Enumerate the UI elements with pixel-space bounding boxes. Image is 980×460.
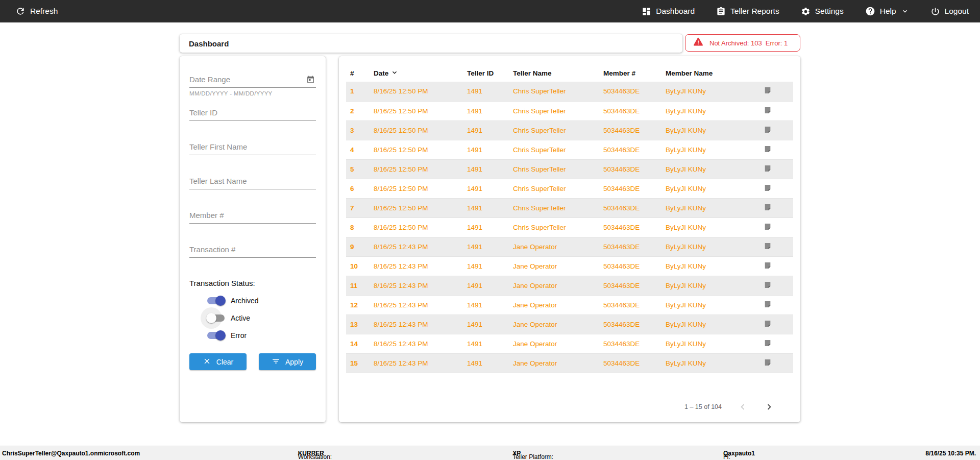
date-range-field[interactable]: Date Range — [189, 75, 316, 88]
calendar-icon[interactable] — [306, 75, 315, 86]
nav-teller-reports-label: Teller Reports — [730, 7, 779, 16]
filter-icon — [272, 357, 280, 367]
cell-date: 8/16/25 12:50 PM — [370, 140, 463, 159]
cell-member-number: 5034463DE — [599, 217, 662, 237]
table-row[interactable]: 14 8/16/25 12:43 PM 1491 Jane Operator 5… — [346, 334, 793, 353]
cell-date: 8/16/25 12:43 PM — [370, 334, 463, 353]
cell-teller-id: 1491 — [463, 314, 509, 334]
teller-id-field[interactable]: Teller ID — [189, 108, 316, 121]
top-nav-links: Dashboard Teller Reports Settings Help — [642, 6, 969, 16]
cell-member-name: ByLyJI KUNy — [662, 140, 748, 159]
toggle-switch[interactable] — [207, 313, 225, 323]
cell-member-number: 5034463DE — [599, 120, 662, 140]
col-header-date[interactable]: Date — [370, 64, 463, 82]
col-header-member-number[interactable]: Member # — [599, 64, 662, 82]
table-row[interactable]: 8 8/16/25 12:50 PM 1491 Chris SuperTelle… — [346, 217, 793, 237]
table-row[interactable]: 1 8/16/25 12:50 PM 1491 Chris SuperTelle… — [346, 82, 793, 101]
toggle-switch[interactable] — [207, 330, 225, 341]
table-row[interactable]: 5 8/16/25 12:50 PM 1491 Chris SuperTelle… — [346, 159, 793, 179]
note-icon[interactable] — [764, 223, 772, 231]
cell-note — [748, 256, 793, 276]
toggle-active[interactable]: Active — [207, 311, 316, 325]
col-header-number[interactable]: # — [346, 64, 370, 82]
teller-last-name-field[interactable]: Teller Last Name — [189, 176, 316, 189]
col-header-teller-id[interactable]: Teller ID — [463, 64, 509, 82]
cell-teller-name: Chris SuperTeller — [509, 82, 599, 101]
nav-help[interactable]: Help — [865, 6, 909, 16]
apply-button[interactable]: Apply — [259, 353, 316, 370]
teller-first-name-field[interactable]: Teller First Name — [189, 142, 316, 155]
toggle-switch[interactable] — [207, 296, 225, 306]
note-icon[interactable] — [764, 86, 772, 94]
cell-member-number: 5034463DE — [599, 314, 662, 334]
table-row[interactable]: 12 8/16/25 12:43 PM 1491 Jane Operator 5… — [346, 295, 793, 314]
table-row[interactable]: 6 8/16/25 12:50 PM 1491 Chris SuperTelle… — [346, 179, 793, 198]
note-icon[interactable] — [764, 106, 772, 114]
nav-logout-label: Logout — [945, 7, 969, 16]
nav-teller-reports[interactable]: Teller Reports — [716, 7, 779, 16]
not-archived-alert-badge[interactable]: Not Archived: 103 Error: 1 — [685, 34, 800, 52]
table-row[interactable]: 10 8/16/25 12:43 PM 1491 Jane Operator 5… — [346, 256, 793, 276]
toggle-error[interactable]: Error — [207, 329, 316, 342]
cell-member-number: 5034463DE — [599, 198, 662, 217]
alert-text: Not Archived: 103 Error: 1 — [709, 39, 788, 47]
table-row[interactable]: 9 8/16/25 12:43 PM 1491 Jane Operator 50… — [346, 237, 793, 256]
clear-button[interactable]: Clear — [189, 353, 247, 370]
note-icon[interactable] — [764, 184, 772, 192]
note-icon[interactable] — [764, 261, 772, 270]
cell-teller-name: Chris SuperTeller — [509, 179, 599, 198]
table-row[interactable]: 13 8/16/25 12:43 PM 1491 Jane Operator 5… — [346, 314, 793, 334]
clear-button-label: Clear — [216, 358, 233, 366]
nav-logout[interactable]: Logout — [930, 7, 969, 16]
teller-first-name-label: Teller First Name — [189, 142, 247, 151]
dashboard-icon — [642, 7, 651, 16]
page-title: Dashboard — [189, 39, 229, 48]
table-row[interactable]: 2 8/16/25 12:50 PM 1491 Chris SuperTelle… — [346, 101, 793, 120]
note-icon[interactable] — [764, 339, 772, 347]
cell-member-name: ByLyJI KUNy — [662, 159, 748, 179]
table-row[interactable]: 15 8/16/25 12:43 PM 1491 Jane Operator 5… — [346, 353, 793, 373]
member-number-field[interactable]: Member # — [189, 210, 316, 224]
close-icon — [203, 357, 211, 367]
page-title-card: Dashboard — [180, 34, 682, 53]
note-icon[interactable] — [764, 126, 772, 134]
cell-member-name: ByLyJI KUNy — [662, 353, 748, 373]
table-row[interactable]: 3 8/16/25 12:50 PM 1491 Chris SuperTelle… — [346, 120, 793, 140]
cell-teller-name: Chris SuperTeller — [509, 217, 599, 237]
note-icon[interactable] — [764, 145, 772, 153]
note-icon[interactable] — [764, 300, 772, 308]
note-icon[interactable] — [764, 164, 772, 173]
status-bar: ChrisSuperTeller@Qaxpauto1.onmicrosoft.c… — [0, 446, 980, 460]
col-header-teller-name[interactable]: Teller Name — [509, 64, 599, 82]
next-page-button[interactable] — [764, 401, 775, 413]
note-icon[interactable] — [764, 242, 772, 250]
table-row[interactable]: 4 8/16/25 12:50 PM 1491 Chris SuperTelle… — [346, 140, 793, 159]
cell-note — [748, 353, 793, 373]
note-icon[interactable] — [764, 320, 772, 328]
nav-dashboard[interactable]: Dashboard — [642, 7, 695, 16]
note-icon[interactable] — [764, 358, 772, 367]
cell-teller-id: 1491 — [463, 140, 509, 159]
cell-number: 4 — [346, 140, 370, 159]
content-row: Date Range MM/DD/YYYY - MM/DD/YYYY Telle… — [180, 56, 800, 422]
table-row[interactable]: 7 8/16/25 12:50 PM 1491 Chris SuperTelle… — [346, 198, 793, 217]
col-header-member-name[interactable]: Member Name — [662, 64, 748, 82]
cell-teller-id: 1491 — [463, 198, 509, 217]
cell-note — [748, 314, 793, 334]
previous-page-button[interactable] — [737, 401, 748, 413]
note-icon[interactable] — [764, 203, 772, 211]
power-icon — [930, 7, 940, 16]
cell-date: 8/16/25 12:43 PM — [370, 256, 463, 276]
cell-note — [748, 179, 793, 198]
cell-number: 15 — [346, 353, 370, 373]
note-icon[interactable] — [764, 281, 772, 289]
cell-teller-id: 1491 — [463, 295, 509, 314]
settings-gear-icon — [801, 7, 811, 16]
transaction-number-field[interactable]: Transaction # — [189, 245, 316, 258]
table-row[interactable]: 11 8/16/25 12:43 PM 1491 Jane Operator 5… — [346, 276, 793, 295]
toggle-archived[interactable]: Archived — [207, 294, 316, 307]
nav-settings[interactable]: Settings — [801, 7, 844, 16]
cell-teller-name: Jane Operator — [509, 314, 599, 334]
nav-help-label: Help — [880, 7, 896, 16]
refresh-button[interactable]: Refresh — [15, 6, 58, 16]
